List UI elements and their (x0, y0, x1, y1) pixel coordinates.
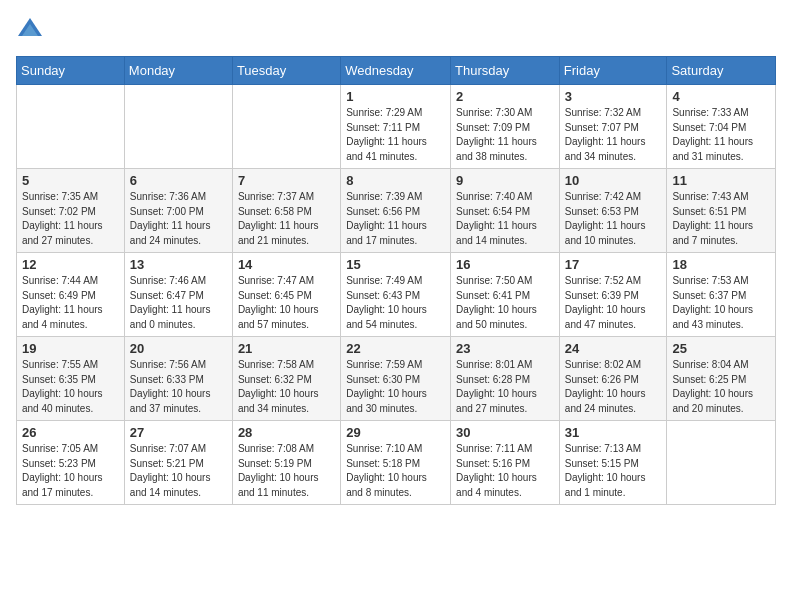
day-number: 6 (130, 173, 227, 188)
calendar-cell: 28Sunrise: 7:08 AM Sunset: 5:19 PM Dayli… (232, 421, 340, 505)
column-header-thursday: Thursday (451, 57, 560, 85)
calendar-cell: 7Sunrise: 7:37 AM Sunset: 6:58 PM Daylig… (232, 169, 340, 253)
column-header-monday: Monday (124, 57, 232, 85)
cell-content: Sunrise: 8:04 AM Sunset: 6:25 PM Dayligh… (672, 358, 770, 416)
cell-content: Sunrise: 7:10 AM Sunset: 5:18 PM Dayligh… (346, 442, 445, 500)
day-number: 7 (238, 173, 335, 188)
column-header-sunday: Sunday (17, 57, 125, 85)
calendar-cell: 1Sunrise: 7:29 AM Sunset: 7:11 PM Daylig… (341, 85, 451, 169)
day-number: 31 (565, 425, 662, 440)
day-number: 13 (130, 257, 227, 272)
calendar-cell: 18Sunrise: 7:53 AM Sunset: 6:37 PM Dayli… (667, 253, 776, 337)
logo-icon (16, 16, 44, 44)
day-number: 14 (238, 257, 335, 272)
day-number: 4 (672, 89, 770, 104)
calendar-cell: 17Sunrise: 7:52 AM Sunset: 6:39 PM Dayli… (559, 253, 667, 337)
cell-content: Sunrise: 7:29 AM Sunset: 7:11 PM Dayligh… (346, 106, 445, 164)
calendar-cell: 22Sunrise: 7:59 AM Sunset: 6:30 PM Dayli… (341, 337, 451, 421)
day-number: 25 (672, 341, 770, 356)
calendar-header-row: SundayMondayTuesdayWednesdayThursdayFrid… (17, 57, 776, 85)
cell-content: Sunrise: 7:42 AM Sunset: 6:53 PM Dayligh… (565, 190, 662, 248)
day-number: 1 (346, 89, 445, 104)
day-number: 28 (238, 425, 335, 440)
week-row-5: 26Sunrise: 7:05 AM Sunset: 5:23 PM Dayli… (17, 421, 776, 505)
calendar-cell: 20Sunrise: 7:56 AM Sunset: 6:33 PM Dayli… (124, 337, 232, 421)
cell-content: Sunrise: 7:08 AM Sunset: 5:19 PM Dayligh… (238, 442, 335, 500)
day-number: 12 (22, 257, 119, 272)
calendar-cell: 4Sunrise: 7:33 AM Sunset: 7:04 PM Daylig… (667, 85, 776, 169)
day-number: 3 (565, 89, 662, 104)
day-number: 19 (22, 341, 119, 356)
calendar-cell: 21Sunrise: 7:58 AM Sunset: 6:32 PM Dayli… (232, 337, 340, 421)
cell-content: Sunrise: 8:02 AM Sunset: 6:26 PM Dayligh… (565, 358, 662, 416)
cell-content: Sunrise: 7:11 AM Sunset: 5:16 PM Dayligh… (456, 442, 554, 500)
week-row-2: 5Sunrise: 7:35 AM Sunset: 7:02 PM Daylig… (17, 169, 776, 253)
column-header-tuesday: Tuesday (232, 57, 340, 85)
cell-content: Sunrise: 7:39 AM Sunset: 6:56 PM Dayligh… (346, 190, 445, 248)
calendar-cell: 30Sunrise: 7:11 AM Sunset: 5:16 PM Dayli… (451, 421, 560, 505)
calendar-cell: 3Sunrise: 7:32 AM Sunset: 7:07 PM Daylig… (559, 85, 667, 169)
calendar-cell (667, 421, 776, 505)
day-number: 23 (456, 341, 554, 356)
page-header (16, 16, 776, 44)
day-number: 24 (565, 341, 662, 356)
day-number: 17 (565, 257, 662, 272)
day-number: 2 (456, 89, 554, 104)
cell-content: Sunrise: 8:01 AM Sunset: 6:28 PM Dayligh… (456, 358, 554, 416)
calendar-cell: 11Sunrise: 7:43 AM Sunset: 6:51 PM Dayli… (667, 169, 776, 253)
day-number: 26 (22, 425, 119, 440)
calendar-cell: 9Sunrise: 7:40 AM Sunset: 6:54 PM Daylig… (451, 169, 560, 253)
column-header-saturday: Saturday (667, 57, 776, 85)
cell-content: Sunrise: 7:46 AM Sunset: 6:47 PM Dayligh… (130, 274, 227, 332)
day-number: 21 (238, 341, 335, 356)
calendar-cell: 31Sunrise: 7:13 AM Sunset: 5:15 PM Dayli… (559, 421, 667, 505)
cell-content: Sunrise: 7:56 AM Sunset: 6:33 PM Dayligh… (130, 358, 227, 416)
week-row-1: 1Sunrise: 7:29 AM Sunset: 7:11 PM Daylig… (17, 85, 776, 169)
calendar-cell: 2Sunrise: 7:30 AM Sunset: 7:09 PM Daylig… (451, 85, 560, 169)
week-row-3: 12Sunrise: 7:44 AM Sunset: 6:49 PM Dayli… (17, 253, 776, 337)
cell-content: Sunrise: 7:43 AM Sunset: 6:51 PM Dayligh… (672, 190, 770, 248)
cell-content: Sunrise: 7:36 AM Sunset: 7:00 PM Dayligh… (130, 190, 227, 248)
column-header-friday: Friday (559, 57, 667, 85)
cell-content: Sunrise: 7:50 AM Sunset: 6:41 PM Dayligh… (456, 274, 554, 332)
cell-content: Sunrise: 7:05 AM Sunset: 5:23 PM Dayligh… (22, 442, 119, 500)
column-header-wednesday: Wednesday (341, 57, 451, 85)
calendar-cell: 23Sunrise: 8:01 AM Sunset: 6:28 PM Dayli… (451, 337, 560, 421)
day-number: 15 (346, 257, 445, 272)
day-number: 9 (456, 173, 554, 188)
calendar-cell: 19Sunrise: 7:55 AM Sunset: 6:35 PM Dayli… (17, 337, 125, 421)
calendar-cell: 26Sunrise: 7:05 AM Sunset: 5:23 PM Dayli… (17, 421, 125, 505)
day-number: 27 (130, 425, 227, 440)
cell-content: Sunrise: 7:52 AM Sunset: 6:39 PM Dayligh… (565, 274, 662, 332)
day-number: 18 (672, 257, 770, 272)
cell-content: Sunrise: 7:07 AM Sunset: 5:21 PM Dayligh… (130, 442, 227, 500)
calendar-cell: 25Sunrise: 8:04 AM Sunset: 6:25 PM Dayli… (667, 337, 776, 421)
cell-content: Sunrise: 7:53 AM Sunset: 6:37 PM Dayligh… (672, 274, 770, 332)
cell-content: Sunrise: 7:55 AM Sunset: 6:35 PM Dayligh… (22, 358, 119, 416)
calendar-cell: 6Sunrise: 7:36 AM Sunset: 7:00 PM Daylig… (124, 169, 232, 253)
calendar-cell: 13Sunrise: 7:46 AM Sunset: 6:47 PM Dayli… (124, 253, 232, 337)
cell-content: Sunrise: 7:40 AM Sunset: 6:54 PM Dayligh… (456, 190, 554, 248)
cell-content: Sunrise: 7:49 AM Sunset: 6:43 PM Dayligh… (346, 274, 445, 332)
day-number: 22 (346, 341, 445, 356)
cell-content: Sunrise: 7:37 AM Sunset: 6:58 PM Dayligh… (238, 190, 335, 248)
calendar-cell (17, 85, 125, 169)
day-number: 10 (565, 173, 662, 188)
calendar-cell: 29Sunrise: 7:10 AM Sunset: 5:18 PM Dayli… (341, 421, 451, 505)
calendar-cell: 10Sunrise: 7:42 AM Sunset: 6:53 PM Dayli… (559, 169, 667, 253)
calendar: SundayMondayTuesdayWednesdayThursdayFrid… (16, 56, 776, 505)
cell-content: Sunrise: 7:47 AM Sunset: 6:45 PM Dayligh… (238, 274, 335, 332)
calendar-cell (124, 85, 232, 169)
cell-content: Sunrise: 7:13 AM Sunset: 5:15 PM Dayligh… (565, 442, 662, 500)
logo (16, 16, 48, 44)
calendar-cell: 12Sunrise: 7:44 AM Sunset: 6:49 PM Dayli… (17, 253, 125, 337)
week-row-4: 19Sunrise: 7:55 AM Sunset: 6:35 PM Dayli… (17, 337, 776, 421)
calendar-cell: 16Sunrise: 7:50 AM Sunset: 6:41 PM Dayli… (451, 253, 560, 337)
cell-content: Sunrise: 7:58 AM Sunset: 6:32 PM Dayligh… (238, 358, 335, 416)
calendar-cell: 24Sunrise: 8:02 AM Sunset: 6:26 PM Dayli… (559, 337, 667, 421)
calendar-cell: 8Sunrise: 7:39 AM Sunset: 6:56 PM Daylig… (341, 169, 451, 253)
day-number: 20 (130, 341, 227, 356)
calendar-cell: 27Sunrise: 7:07 AM Sunset: 5:21 PM Dayli… (124, 421, 232, 505)
day-number: 5 (22, 173, 119, 188)
calendar-cell: 15Sunrise: 7:49 AM Sunset: 6:43 PM Dayli… (341, 253, 451, 337)
